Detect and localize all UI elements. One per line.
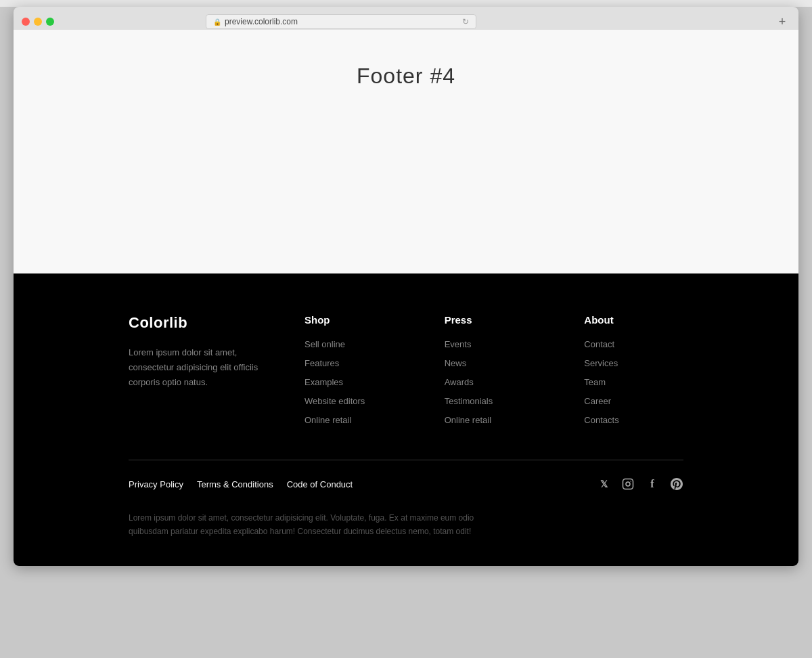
list-item: Features [304,357,404,369]
shop-link-retail[interactable]: Online retail [304,415,351,425]
list-item: Services [584,357,683,369]
privacy-policy-link[interactable]: Privacy Policy [129,479,183,489]
footer-columns: Shop Sell online Features Examples Websi… [304,314,683,433]
footer: Colorlib Lorem ipsum dolor sit amet, con… [14,273,798,566]
list-item: News [445,357,544,369]
list-item: Events [445,338,544,350]
footer-top: Colorlib Lorem ipsum dolor sit amet, con… [129,314,683,460]
press-link-testimonials[interactable]: Testimonials [445,396,493,406]
press-link-news[interactable]: News [445,358,467,368]
shop-link-editors[interactable]: Website editors [304,396,365,406]
instagram-icon[interactable] [621,477,635,491]
press-link-awards[interactable]: Awards [445,377,474,387]
press-link-retail[interactable]: Online retail [445,415,491,425]
shop-link-sell[interactable]: Sell online [304,339,345,349]
minimize-button[interactable] [34,18,42,26]
svg-rect-0 [623,479,633,489]
lock-icon: 🔒 [213,18,221,26]
url-text: preview.colorlib.com [225,17,298,26]
list-item: Contacts [584,414,683,426]
page-header: Footer #4 [14,30,798,273]
pinterest-icon[interactable] [670,477,683,491]
footer-col-press: Press Events News Awards Testimonials On… [445,314,544,433]
list-item: Website editors [304,395,404,407]
footer-divider [129,460,683,460]
footer-col-about: About Contact Services Team Career Conta… [584,314,683,433]
social-links: 𝕏 f [597,477,683,491]
list-item: Online retail [304,414,404,426]
page-title: Footer #4 [357,64,455,89]
page-content: Footer #4 Colorlib Lorem ipsum dolor sit… [14,30,798,566]
footer-brand: Colorlib Lorem ipsum dolor sit amet, con… [129,314,264,433]
footer-bottom: Privacy Policy Terms & Conditions Code o… [129,477,683,491]
close-button[interactable] [22,18,30,26]
brand-description: Lorem ipsum dolor sit amet, consectetur … [129,345,264,390]
about-link-services[interactable]: Services [584,358,618,368]
about-link-career[interactable]: Career [584,396,611,406]
svg-point-2 [630,481,631,482]
facebook-icon[interactable]: f [646,477,659,491]
list-item: Sell online [304,338,404,350]
list-item: Online retail [445,414,544,426]
browser-titlebar: 🔒 preview.colorlib.com ↻ + [14,7,798,30]
new-tab-button[interactable]: + [774,14,790,30]
list-item: Contact [584,338,683,350]
terms-conditions-link[interactable]: Terms & Conditions [197,479,273,489]
copyright-text: Lorem ipsum dolor sit amet, consectetur … [129,511,480,539]
list-item: Testimonials [445,395,544,407]
twitter-icon[interactable]: 𝕏 [597,477,610,491]
shop-link-features[interactable]: Features [304,358,339,368]
brand-name: Colorlib [129,314,264,332]
list-item: Examples [304,376,404,388]
col-title-about: About [584,314,683,326]
list-item: Team [584,376,683,388]
about-links: Contact Services Team Career Contacts [584,338,683,426]
about-link-contact[interactable]: Contact [584,339,614,349]
list-item: Career [584,395,683,407]
refresh-icon[interactable]: ↻ [462,17,469,26]
about-link-team[interactable]: Team [584,377,606,387]
shop-links: Sell online Features Examples Website ed… [304,338,404,426]
maximize-button[interactable] [46,18,54,26]
col-title-press: Press [445,314,544,326]
traffic-lights [22,18,54,26]
press-link-events[interactable]: Events [445,339,472,349]
press-links: Events News Awards Testimonials Online r… [445,338,544,426]
about-link-contacts[interactable]: Contacts [584,415,618,425]
legal-links: Privacy Policy Terms & Conditions Code o… [129,479,353,489]
address-bar[interactable]: 🔒 preview.colorlib.com ↻ [206,14,476,29]
shop-link-examples[interactable]: Examples [304,377,343,387]
code-of-conduct-link[interactable]: Code of Conduct [287,479,353,489]
svg-point-1 [626,482,630,486]
footer-col-shop: Shop Sell online Features Examples Websi… [304,314,404,433]
browser-window: 🔒 preview.colorlib.com ↻ + Footer #4 Co [14,7,798,566]
list-item: Awards [445,376,544,388]
col-title-shop: Shop [304,314,404,326]
